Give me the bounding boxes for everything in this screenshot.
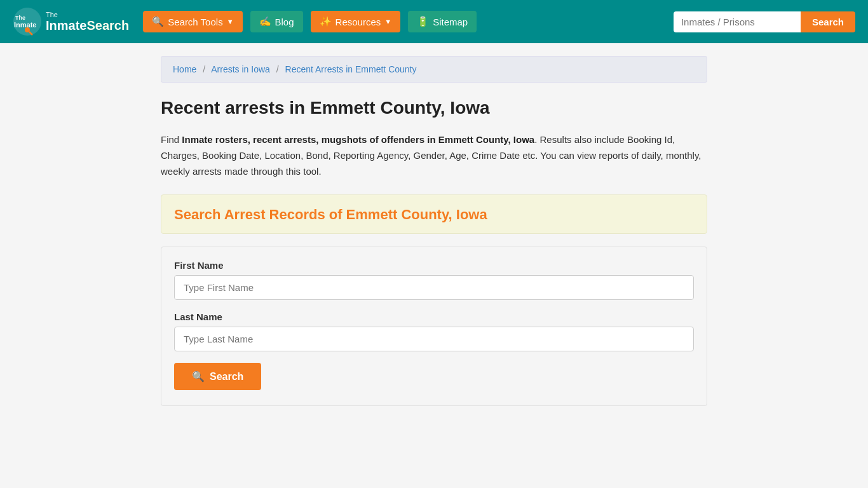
search-form-button[interactable]: 🔍 Search <box>174 363 261 390</box>
page-title: Recent arrests in Emmett County, Iowa <box>161 98 707 118</box>
sitemap-icon: 🔋 <box>417 16 429 27</box>
first-name-label: First Name <box>174 260 694 271</box>
header-search-area: Search <box>674 11 855 32</box>
search-section-title: Search Arrest Records of Emmett County, … <box>174 207 694 223</box>
resources-label: Resources <box>336 17 381 27</box>
logo-search-word: Search <box>86 18 129 32</box>
breadcrumb-current: Recent Arrests in Emmett County <box>285 64 417 74</box>
header: The Inmate The InmateSearch 🔍 Search Too… <box>0 0 868 43</box>
logo-icon: The Inmate <box>13 7 42 36</box>
breadcrumb-sep-2: / <box>276 64 279 74</box>
logo-inmate: Inmate <box>46 18 86 32</box>
logo-name: InmateSearch <box>46 18 129 32</box>
first-name-input[interactable] <box>174 275 694 300</box>
description-bold: Inmate rosters, recent arrests, mugshots… <box>182 134 534 145</box>
header-search-label: Search <box>812 17 844 27</box>
header-search-input[interactable] <box>674 11 801 32</box>
svg-text:Inmate: Inmate <box>14 21 36 29</box>
svg-point-3 <box>25 27 30 32</box>
first-name-group: First Name <box>174 260 694 300</box>
logo[interactable]: The Inmate The InmateSearch <box>13 7 129 36</box>
search-tools-label: Search Tools <box>168 17 222 27</box>
breadcrumb-arrests-iowa[interactable]: Arrests in Iowa <box>211 64 270 74</box>
form-section: First Name Last Name 🔍 Search <box>161 247 707 406</box>
resources-arrow-icon: ▼ <box>384 18 391 25</box>
blog-icon: ✍ <box>259 16 271 27</box>
description: Find Inmate rosters, recent arrests, mug… <box>161 132 707 179</box>
sitemap-label: Sitemap <box>433 17 468 27</box>
resources-icon: ✨ <box>320 16 332 27</box>
description-intro: Find <box>161 134 182 145</box>
search-section: Search Arrest Records of Emmett County, … <box>161 194 707 234</box>
resources-button[interactable]: ✨ Resources ▼ <box>311 11 401 32</box>
last-name-label: Last Name <box>174 311 694 322</box>
sitemap-button[interactable]: 🔋 Sitemap <box>408 11 477 32</box>
blog-button[interactable]: ✍ Blog <box>250 11 303 32</box>
search-form-label: Search <box>210 371 243 383</box>
logo-the: The <box>46 11 129 18</box>
search-tools-icon: 🔍 <box>152 16 164 27</box>
search-form-icon: 🔍 <box>192 370 205 383</box>
breadcrumb: Home / Arrests in Iowa / Recent Arrests … <box>161 56 707 83</box>
blog-label: Blog <box>275 17 294 27</box>
last-name-group: Last Name <box>174 311 694 351</box>
search-tools-arrow-icon: ▼ <box>227 18 234 25</box>
last-name-input[interactable] <box>174 327 694 351</box>
svg-text:The: The <box>15 15 25 21</box>
breadcrumb-sep-1: / <box>203 64 205 74</box>
header-search-button[interactable]: Search <box>801 11 855 32</box>
breadcrumb-home[interactable]: Home <box>173 64 196 74</box>
search-tools-button[interactable]: 🔍 Search Tools ▼ <box>143 11 242 32</box>
main-content: Home / Arrests in Iowa / Recent Arrests … <box>148 43 720 419</box>
